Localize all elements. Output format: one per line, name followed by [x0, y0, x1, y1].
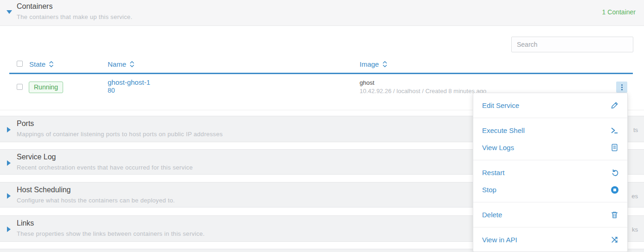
row-checkbox[interactable]	[17, 84, 23, 90]
expand-caret-icon[interactable]	[7, 127, 11, 132]
panel-subtitle: The containers that make up this service…	[17, 13, 132, 20]
menu-item-delete[interactable]: Delete	[473, 206, 627, 223]
menu-group: View in API	[473, 227, 627, 252]
column-header-name[interactable]: Name	[108, 60, 135, 68]
terminal-icon	[611, 126, 618, 134]
section-right-text: ts	[633, 126, 638, 133]
column-header-image[interactable]: Image	[360, 60, 387, 68]
file-text-icon	[611, 144, 618, 151]
menu-group: Restart Stop	[473, 160, 627, 202]
expand-caret-icon[interactable]	[7, 227, 11, 232]
column-label: Image	[360, 60, 379, 68]
sort-icon	[382, 61, 387, 68]
image-detail: 10.42.92.26 / localhost / Created 8 minu…	[360, 88, 486, 94]
restart-icon	[611, 169, 618, 176]
section-title: Ports	[17, 120, 34, 128]
section-title: Service Log	[17, 153, 56, 161]
menu-group: Execute Shell View Logs	[473, 118, 627, 160]
image-cell: ghost 10.42.92.26 / localhost / Created …	[360, 79, 486, 94]
container-port-link[interactable]: 80	[108, 87, 150, 94]
column-label: State	[29, 60, 45, 68]
external-link-icon	[611, 236, 618, 244]
collapse-caret-icon[interactable]	[6, 10, 12, 14]
containers-panel-header: Containers The containers that make up t…	[0, 0, 644, 26]
menu-item-execute-shell[interactable]: Execute Shell	[473, 122, 627, 139]
menu-item-view-logs[interactable]: View Logs	[473, 139, 627, 156]
menu-group: Edit Service	[473, 93, 627, 118]
menu-item-restart[interactable]: Restart	[473, 164, 627, 181]
section-right-text: ks	[632, 226, 638, 233]
container-count: 1 Container	[602, 8, 636, 16]
expand-caret-icon[interactable]	[7, 193, 11, 199]
section-subtitle: Recent orchestration events that have oc…	[17, 164, 193, 171]
section-subtitle: These properties show the links between …	[17, 230, 205, 237]
sort-icon	[129, 61, 135, 68]
row-actions-button[interactable]	[616, 82, 627, 93]
status-badge: Running	[29, 82, 63, 93]
section-subtitle: Configure what hosts the containers can …	[17, 197, 175, 204]
select-all-checkbox[interactable]	[17, 61, 23, 67]
panel-title: Containers	[17, 2, 52, 11]
trash-icon	[611, 211, 618, 219]
column-header-state[interactable]: State	[29, 60, 54, 68]
search-input[interactable]	[511, 37, 633, 52]
menu-item-edit-service[interactable]: Edit Service	[473, 97, 627, 114]
row-context-menu: Edit Service Execute Shell View Logs Res…	[473, 93, 628, 252]
container-name-link[interactable]: ghost-ghost-1	[108, 79, 150, 86]
sort-icon	[49, 61, 54, 68]
menu-item-view-in-api[interactable]: View in API	[473, 231, 627, 248]
expand-caret-icon[interactable]	[7, 160, 11, 166]
name-cell: ghost-ghost-1 80	[108, 79, 150, 94]
section-title: Host Scheduling	[17, 186, 71, 194]
menu-item-stop[interactable]: Stop	[473, 181, 627, 198]
section-right-text: es	[631, 193, 638, 200]
pencil-icon	[611, 101, 618, 109]
section-title: Links	[17, 219, 34, 227]
table-header-underline	[9, 73, 633, 74]
stop-icon	[611, 186, 618, 194]
menu-group: Delete	[473, 202, 627, 227]
section-subtitle: Mappings of container listening ports to…	[17, 131, 223, 138]
column-label: Name	[108, 60, 126, 68]
kebab-icon	[621, 84, 623, 90]
image-name: ghost	[360, 79, 486, 86]
